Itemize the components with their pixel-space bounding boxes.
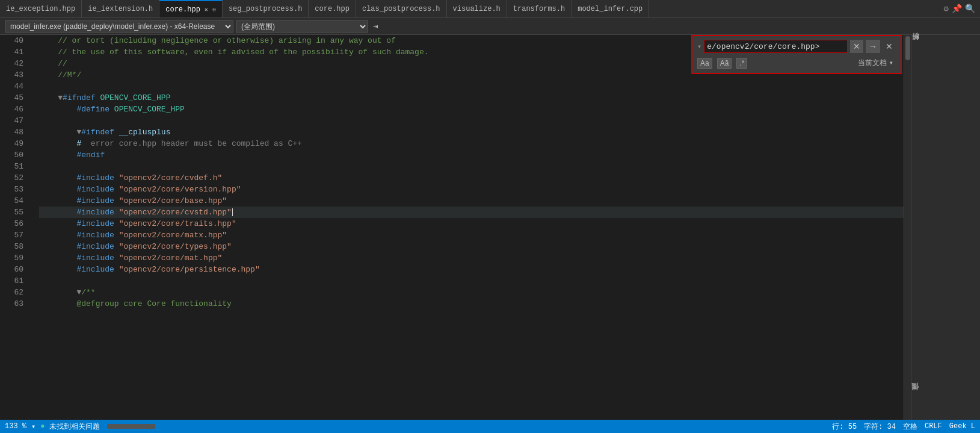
pin-icon[interactable]: 📌 xyxy=(952,4,962,14)
code-line: #include "opencv2/core/types.hpp" xyxy=(39,241,904,252)
line-number: 53 xyxy=(0,184,28,195)
char-info: 字符: 34 xyxy=(864,422,896,432)
tab-bar: ie_exception.hpp ie_iextension.h core.hp… xyxy=(0,0,980,18)
code-line: #include "opencv2/core/persistence.hpp" xyxy=(39,264,904,275)
search-input[interactable] xyxy=(704,40,848,53)
tab-label: clas_postprocess.h xyxy=(362,5,440,13)
line-number: 63 xyxy=(0,298,28,310)
line-number: 46 xyxy=(0,104,28,115)
project-selector[interactable]: model_infer.exe (paddle_deploy\model_inf… xyxy=(5,20,233,33)
tab-visualize[interactable]: visualize.h xyxy=(447,0,507,17)
code-line: #endif xyxy=(39,149,904,161)
search-expand-icon[interactable]: ▾ xyxy=(697,42,701,51)
tab-core-hpp-2[interactable]: core.hpp xyxy=(309,0,356,17)
code-line: ▼#ifndef OPENCV_CORE_HPP xyxy=(39,92,904,104)
search-scope-selector[interactable]: 当前文档 ▾ xyxy=(855,57,896,69)
tab-ie-iextension[interactable]: ie_iextension.h xyxy=(82,0,159,17)
code-line: #include "opencv2/core/cvstd.hpp" xyxy=(39,207,904,218)
tab-core-hpp-active[interactable]: core.hpp ✕ ⊕ xyxy=(159,0,223,17)
line-number: 60 xyxy=(0,264,28,275)
code-line xyxy=(39,161,904,172)
line-number: 55 xyxy=(0,207,28,218)
line-number: 42 xyxy=(0,58,28,69)
tab-label: model_infer.cpp xyxy=(578,5,643,13)
scroll-indicator xyxy=(107,424,155,429)
right-panel: 解析 属性 xyxy=(911,35,980,420)
line-number: 43 xyxy=(0,69,28,81)
line-number: 56 xyxy=(0,218,28,229)
scrollbar-vertical[interactable] xyxy=(904,35,911,420)
tab-close-icon[interactable]: ✕ xyxy=(203,5,209,14)
code-line: #include "opencv2/core/version.hpp" xyxy=(39,184,904,195)
zoom-dropdown-icon[interactable]: ▾ xyxy=(31,422,35,431)
line-number: 54 xyxy=(0,195,28,207)
search-scope-arrow: ▾ xyxy=(889,58,893,67)
tab-ie-exception[interactable]: ie_exception.hpp xyxy=(0,0,82,17)
scrollbar-thumb[interactable] xyxy=(905,36,910,60)
status-right: 行: 55 字符: 34 空格 CRLF Geek L xyxy=(832,422,975,432)
line-number: 40 xyxy=(0,35,28,46)
search-options-row: Aa Aā .* 当前文档 ▾ xyxy=(697,57,896,69)
code-line: @defgroup core Core functionality xyxy=(39,298,904,310)
code-line: ▼/** xyxy=(39,287,904,298)
search-forward-button[interactable]: → xyxy=(866,40,880,53)
main-container: 4041424344454647484950515253545556575859… xyxy=(0,35,980,420)
search-row: ▾ ✕ → ✕ xyxy=(697,40,896,53)
zoom-level[interactable]: 133 % xyxy=(5,422,26,431)
search-whole-word-button[interactable]: Aā xyxy=(717,58,732,69)
settings-icon[interactable]: ⚙ xyxy=(944,4,949,14)
code-line: #include "opencv2/core/base.hpp" xyxy=(39,195,904,207)
code-line: #include "opencv2/core/cvdef.h" xyxy=(39,172,904,184)
status-bar: 133 % ▾ ● 未找到相关问题 行: 55 字符: 34 空格 CRLF G… xyxy=(0,420,980,433)
line-number: 52 xyxy=(0,172,28,184)
line-numbers: 4041424344454647484950515253545556575859… xyxy=(0,35,33,420)
line-number: 51 xyxy=(0,161,28,172)
editor-name: Geek L xyxy=(949,422,975,431)
line-number: 45 xyxy=(0,92,28,104)
line-number: 48 xyxy=(0,126,28,138)
code-area[interactable]: // or tort (including negligence or othe… xyxy=(33,35,904,420)
search-overlay: ▾ ✕ → ✕ Aa Aā .* 当前文档 ▾ xyxy=(691,35,902,74)
line-number: 62 xyxy=(0,287,28,298)
tab-label: core.hpp xyxy=(165,5,200,14)
code-line: ▼#ifndef __cplusplus xyxy=(39,126,904,138)
line-number: 58 xyxy=(0,241,28,252)
search-sidebar-icon[interactable]: 🔍 xyxy=(965,4,975,14)
toolbar-right-icon[interactable]: ⇥ xyxy=(371,20,380,33)
line-number: 49 xyxy=(0,138,28,149)
right-panel-parse-label[interactable]: 解析 xyxy=(911,40,980,52)
status-error-icon: ● xyxy=(40,422,45,431)
line-number: 59 xyxy=(0,252,28,264)
line-number: 41 xyxy=(0,46,28,58)
tab-label: transforms.h xyxy=(513,5,565,13)
code-line: #define OPENCV_CORE_HPP xyxy=(39,104,904,115)
tab-clas-postprocess[interactable]: clas_postprocess.h xyxy=(356,0,447,17)
search-scope-label: 当前文档 xyxy=(858,58,887,68)
status-left: 133 % ▾ ● 未找到相关问题 xyxy=(5,422,155,432)
line-number: 57 xyxy=(0,229,28,241)
right-panel-attr-label[interactable]: 属性 xyxy=(911,390,980,402)
tab-label: ie_exception.hpp xyxy=(6,5,75,13)
tab-label: core.hpp xyxy=(315,5,350,13)
tab-transforms[interactable]: transforms.h xyxy=(507,0,572,17)
search-close-button[interactable]: ✕ xyxy=(883,40,896,52)
code-line xyxy=(39,275,904,287)
tab-model-infer[interactable]: model_infer.cpp xyxy=(572,0,649,17)
code-line: # error core.hpp header must be compiled… xyxy=(39,138,904,149)
search-clear-button[interactable]: ✕ xyxy=(850,40,863,53)
tab-modified-icon: ⊕ xyxy=(212,6,216,13)
line-number: 50 xyxy=(0,149,28,161)
tab-seg-postprocess[interactable]: seg_postprocess.h xyxy=(223,0,309,17)
encoding-info: 空格 xyxy=(903,422,917,432)
line-number: 47 xyxy=(0,115,28,126)
tab-label: seg_postprocess.h xyxy=(229,5,302,13)
search-case-button[interactable]: Aa xyxy=(697,58,712,69)
line-number: 61 xyxy=(0,275,28,287)
tab-label: visualize.h xyxy=(453,5,501,13)
code-line xyxy=(39,81,904,92)
tab-bar-actions: ⚙ 📌 🔍 xyxy=(944,4,980,14)
search-regex-button[interactable]: .* xyxy=(736,58,747,69)
scope-selector[interactable]: (全局范围) xyxy=(236,20,368,33)
status-error-text: 未找到相关问题 xyxy=(49,422,100,432)
line-info: 行: 55 xyxy=(832,422,857,432)
